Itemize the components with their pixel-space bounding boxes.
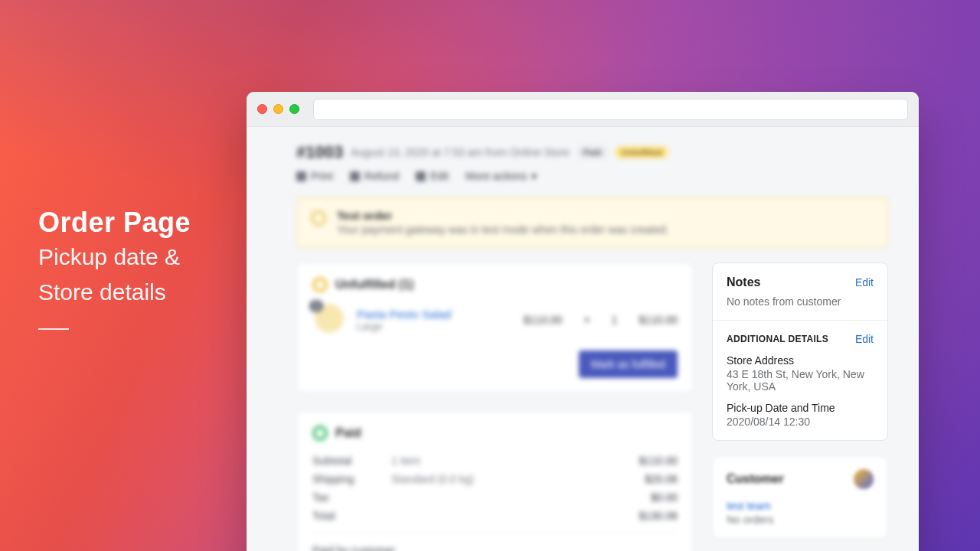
qty-sep: × (583, 314, 590, 326)
details-edit-link[interactable]: Edit (855, 333, 874, 345)
paid-heading: Paid (335, 426, 361, 440)
mark-fulfilled-button[interactable]: Mark as fulfilled (579, 350, 678, 378)
more-actions-button[interactable]: More actions ▾ (466, 170, 537, 182)
print-button[interactable]: Print (296, 170, 333, 182)
status-unfulfilled-pill: Unfulfilled (615, 146, 668, 158)
payment-breakdown: Subtotal1 item$110.00 ShippingStandard (… (312, 452, 678, 525)
address-bar[interactable] (313, 99, 908, 120)
paid-status-icon (312, 425, 328, 441)
refund-icon (350, 171, 360, 181)
additional-details-title: ADDITIONAL DETAILS (727, 334, 828, 344)
customer-avatar[interactable] (854, 469, 874, 489)
notes-details-card: Notes Edit No notes from customer ADDITI… (712, 262, 888, 441)
product-name[interactable]: Pasta Pesto Salad (357, 308, 451, 321)
notes-empty: No notes from customer (727, 295, 874, 308)
order-page: #1003 August 13, 2020 at 7:53 am from On… (247, 127, 919, 551)
notes-title: Notes (727, 276, 760, 289)
unfulfilled-status-icon (312, 277, 328, 292)
browser-window: #1003 August 13, 2020 at 7:53 am from On… (247, 92, 919, 551)
refund-button[interactable]: Refund (350, 170, 399, 182)
customer-name-link[interactable]: test team (727, 500, 874, 512)
customer-card: Customer test team No orders (712, 456, 888, 539)
product-variant: Large (357, 321, 451, 332)
pickup-value: 2020/08/14 12:30 (727, 416, 874, 428)
caption-line2: Store details (38, 276, 191, 309)
order-actions: Print Refund Edit More actions ▾ (296, 170, 888, 182)
promo-caption: Order Page Pickup date & Store details (38, 207, 191, 330)
line-total: $110.00 (639, 314, 678, 326)
store-address-value: 43 E 18th St, New York, New York, USA (727, 368, 874, 393)
store-address-label: Store Address (727, 354, 874, 367)
order-meta: August 13, 2020 at 7:53 am from Online S… (351, 146, 570, 158)
caption-line1: Pickup date & (38, 240, 191, 274)
pickup-label: Pick-up Date and Time (727, 402, 874, 414)
product-thumb (312, 303, 346, 337)
qty: 1 (612, 314, 618, 326)
banner-subtitle: Your payment gateway was in test mode wh… (337, 223, 669, 236)
window-zoom-icon[interactable] (289, 104, 299, 114)
order-number: #1003 (296, 142, 343, 162)
unit-price: $110.00 (524, 314, 563, 326)
test-order-banner: Test order Your payment gateway was in t… (296, 197, 888, 247)
window-titlebar (247, 92, 919, 127)
paid-card: Paid Subtotal1 item$110.00 ShippingStand… (296, 411, 694, 551)
line-item: Pasta Pesto Salad Large $110.00 × 1 $110… (312, 303, 678, 337)
caption-divider (38, 328, 69, 330)
unfulfilled-heading: Unfulfilled (1) (335, 278, 413, 292)
edit-button[interactable]: Edit (416, 170, 449, 182)
paid-by-label: Paid by customer (312, 544, 395, 551)
warning-icon (311, 210, 326, 226)
banner-title: Test order (337, 209, 669, 222)
unfulfilled-card: Unfulfilled (1) Pasta Pesto Salad Large … (296, 262, 694, 393)
notes-edit-link[interactable]: Edit (855, 276, 874, 289)
edit-icon (416, 171, 426, 181)
customer-title: Customer (727, 472, 784, 486)
window-minimize-icon[interactable] (273, 104, 283, 114)
print-icon (296, 171, 306, 181)
status-paid-pill: Paid (577, 146, 607, 158)
order-header-area: #1003 August 13, 2020 at 7:53 am from On… (296, 142, 888, 247)
caption-title: Order Page (38, 207, 191, 239)
customer-orders: No orders (727, 514, 874, 526)
window-close-icon[interactable] (257, 104, 267, 114)
